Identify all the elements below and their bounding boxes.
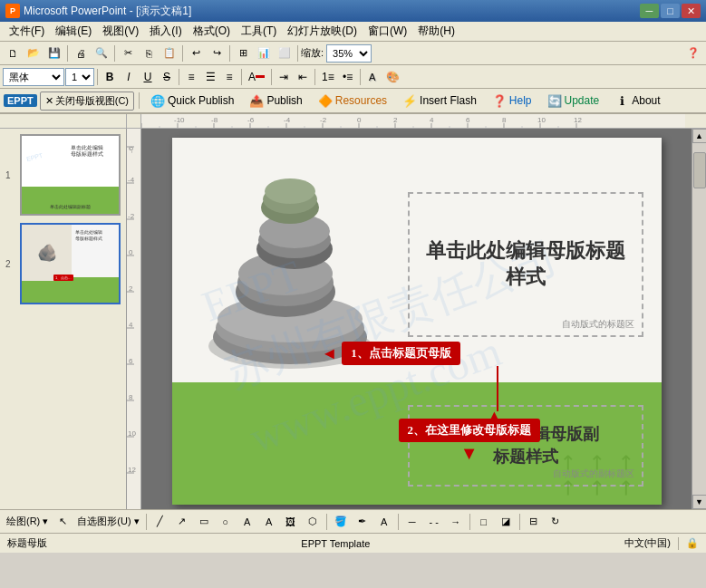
slide-panel: 1 单击此处编辑母版标题样式 单击此处编辑副标题 EPPT 2 🪨 单击此处编辑… xyxy=(0,129,127,509)
menu-file[interactable]: 文件(F) xyxy=(4,22,50,41)
about-icon: ℹ xyxy=(614,93,629,108)
update-icon: 🔄 xyxy=(547,93,562,108)
shapes-button[interactable]: 自选图形(U) ▾ xyxy=(74,512,141,532)
chart-button[interactable]: 📊 xyxy=(254,43,274,63)
bullets-button[interactable]: •≡ xyxy=(339,68,357,86)
design-button[interactable]: 🎨 xyxy=(382,68,403,86)
dash-style-button[interactable]: - - xyxy=(424,512,444,532)
paste-button[interactable]: 📋 xyxy=(160,43,179,63)
clipart-tool[interactable]: 🖼 xyxy=(281,512,301,532)
align-center-button[interactable]: ☰ xyxy=(201,68,219,86)
strikethrough-button[interactable]: S xyxy=(158,68,176,86)
preview-button[interactable]: 🔍 xyxy=(92,43,111,63)
svg-rect-0 xyxy=(141,114,685,128)
help-icon-button[interactable]: ❓ xyxy=(683,43,703,63)
menu-slideshow[interactable]: 幻灯片放映(D) xyxy=(282,22,363,41)
scroll-down-button[interactable]: ▼ xyxy=(692,495,707,509)
draw-menu-button[interactable]: 绘图(R) ▾ xyxy=(4,512,51,532)
increase-indent-button[interactable]: ⇥ xyxy=(275,68,293,86)
font-color-btn2[interactable]: A xyxy=(374,512,394,532)
undo-button[interactable]: ↩ xyxy=(186,43,206,63)
green-decorative-arrows: ↗ ↗ ↗ ↗ ↗ ↗ xyxy=(558,447,643,496)
bold-button[interactable]: B xyxy=(101,68,119,86)
svg-text:4: 4 xyxy=(430,116,434,124)
svg-text:10: 10 xyxy=(537,116,546,124)
update-button[interactable]: 🔄 Update xyxy=(541,91,606,111)
object-button[interactable]: ⬜ xyxy=(275,43,295,63)
print-button[interactable]: 🖨 xyxy=(71,43,91,63)
shadow-button[interactable]: □ xyxy=(474,512,494,532)
table-button[interactable]: ⊞ xyxy=(233,43,253,63)
font-size-combo[interactable]: 18 xyxy=(65,68,94,86)
slide-2-thumbnail[interactable]: 🪨 单击此处编辑母版标题样式 1、点击... xyxy=(20,223,121,304)
numbering-button[interactable]: 1≡ xyxy=(318,68,338,86)
language-status: 中文(中国) xyxy=(624,536,671,550)
copy-button[interactable]: ⎘ xyxy=(139,43,159,63)
diagram-tool[interactable]: ⬡ xyxy=(303,512,323,532)
underline-button[interactable]: U xyxy=(139,68,157,86)
menu-window[interactable]: 窗口(W) xyxy=(363,22,412,41)
oval-tool[interactable]: ○ xyxy=(216,512,236,532)
about-button[interactable]: ℹ About xyxy=(608,91,666,111)
maximize-button[interactable]: □ xyxy=(661,4,680,18)
menu-insert[interactable]: 插入(I) xyxy=(144,22,187,41)
thumb1-watermark: EPPT xyxy=(25,152,43,162)
help-icon: ❓ xyxy=(492,93,507,108)
new-button[interactable]: 🗋 xyxy=(3,43,23,63)
insert-flash-button[interactable]: ⚡ Insert Flash xyxy=(396,91,483,111)
menu-format[interactable]: 格式(O) xyxy=(188,22,236,41)
standard-toolbar: 🗋 📂 💾 🖨 🔍 ✂ ⎘ 📋 ↩ ↪ ⊞ 📊 ⬜ 缩放: 35% 50% 75… xyxy=(0,42,706,65)
select-button[interactable]: ↖ xyxy=(53,512,73,532)
scroll-track[interactable] xyxy=(692,143,706,495)
menu-view[interactable]: 视图(V) xyxy=(97,22,144,41)
3d-button[interactable]: ◪ xyxy=(496,512,516,532)
line-color-button[interactable]: ✒ xyxy=(353,512,372,532)
font-color-button[interactable]: A xyxy=(245,68,268,86)
open-button[interactable]: 📂 xyxy=(24,43,44,63)
help-button[interactable]: ❓ Help xyxy=(486,91,538,111)
separator xyxy=(179,69,179,85)
italic-button[interactable]: I xyxy=(120,68,138,86)
zoom-combo[interactable]: 35% 50% 75% 100% xyxy=(326,44,372,63)
slide-1-thumbnail[interactable]: 单击此处编辑母版标题样式 单击此处编辑副标题 EPPT xyxy=(20,134,121,216)
line-style-button[interactable]: ─ xyxy=(402,512,422,532)
decrease-indent-button[interactable]: ⇤ xyxy=(294,68,312,86)
menu-edit[interactable]: 编辑(E) xyxy=(50,22,97,41)
cut-button[interactable]: ✂ xyxy=(118,43,138,63)
scroll-up-button[interactable]: ▲ xyxy=(692,129,707,143)
vertical-scrollbar[interactable]: ▲ ▼ xyxy=(691,129,706,509)
close-button[interactable]: ✕ xyxy=(682,4,701,18)
minimize-button[interactable]: ─ xyxy=(640,4,659,18)
quick-publish-button[interactable]: 🌐 Quick Publish xyxy=(144,91,240,111)
slide-view[interactable]: EPPT苏州有限责任公司www.eppt.com xyxy=(141,129,691,509)
rect-tool[interactable]: ▭ xyxy=(194,512,214,532)
separator xyxy=(519,514,520,530)
scroll-thumb[interactable] xyxy=(693,152,706,188)
menu-help[interactable]: 帮助(H) xyxy=(412,22,460,41)
resources-button[interactable]: 🔶 Resources xyxy=(312,91,393,111)
menu-tools[interactable]: 工具(T) xyxy=(236,22,282,41)
font-family-combo[interactable]: 黑体 xyxy=(3,68,64,86)
close-master-view-button[interactable]: ✕ 关闭母版视图(C) xyxy=(40,92,134,111)
line-tool[interactable]: ╱ xyxy=(150,512,170,532)
formatting-toolbar: 黑体 18 B I U S ≡ ☰ ≡ A ⇥ ⇤ 1≡ •≡ A 🎨 xyxy=(0,65,706,89)
align-left-button[interactable]: ≡ xyxy=(182,68,200,86)
arrow-tool[interactable]: ↗ xyxy=(172,512,192,532)
redo-button[interactable]: ↪ xyxy=(207,43,227,63)
svg-text:-6: -6 xyxy=(247,116,255,124)
view-mode-status: 标题母版 xyxy=(7,536,47,550)
publish-button[interactable]: 📤 Publish xyxy=(243,91,308,111)
rotate-button[interactable]: ↻ xyxy=(546,512,566,532)
separator xyxy=(314,69,315,85)
menubar: 文件(F) 编辑(E) 视图(V) 插入(I) 格式(O) 工具(T) 幻灯片放… xyxy=(0,22,706,42)
arrow-style-button[interactable]: → xyxy=(446,512,466,532)
text-shadow-button[interactable]: A xyxy=(363,68,382,86)
slide-title-box[interactable]: 单击此处编辑母版标题 样式 自动版式的标题区 xyxy=(408,192,643,337)
separator xyxy=(139,92,140,109)
save-button[interactable]: 💾 xyxy=(44,43,64,63)
align-right-button[interactable]: ≡ xyxy=(220,68,238,86)
textbox-tool[interactable]: A xyxy=(237,512,257,532)
fill-color-button[interactable]: 🪣 xyxy=(331,512,351,532)
wordart-tool[interactable]: A xyxy=(259,512,279,532)
align-button[interactable]: ⊟ xyxy=(524,512,544,532)
